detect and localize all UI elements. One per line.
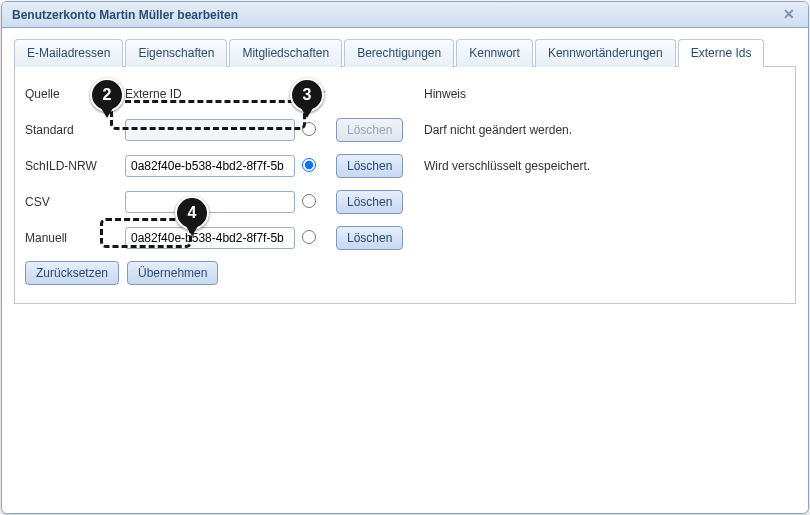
callout-2: 2 [90, 78, 124, 112]
tab-mitgliedschaften[interactable]: Mitgliedschaften [229, 39, 342, 67]
tab-emailadressen[interactable]: E-Mailadressen [14, 39, 123, 67]
callout-4: 4 [175, 196, 209, 230]
hint-standard: Darf nicht geändert werden. [416, 123, 785, 137]
header-externe-id: Externe ID [125, 87, 300, 101]
delete-button-csv[interactable]: Löschen [336, 190, 403, 214]
aktiv-radio-schild[interactable] [302, 158, 316, 172]
content-area: E-Mailadressen Eigenschaften Mitgliedsch… [2, 28, 808, 513]
tab-berechtigungen[interactable]: Berechtigungen [344, 39, 454, 67]
row-manuell: Manuell Löschen [25, 225, 785, 251]
aktiv-radio-csv[interactable] [302, 194, 316, 208]
externe-id-input-schild[interactable] [125, 155, 295, 177]
aktiv-radio-standard[interactable] [302, 122, 316, 136]
source-label: Manuell [25, 231, 125, 245]
source-label: CSV [25, 195, 125, 209]
form-buttons: Zurücksetzen Übernehmen [25, 261, 785, 285]
window-title: Benutzerkonto Martin Müller bearbeiten [12, 8, 780, 22]
delete-button-standard: Löschen [336, 118, 403, 142]
column-headers: Quelle Externe ID aktiv Hinweis [25, 81, 785, 107]
row-schild-nrw: SchILD-NRW Löschen Wird verschlüsselt ge… [25, 153, 785, 179]
tab-strip: E-Mailadressen Eigenschaften Mitgliedsch… [14, 38, 796, 67]
tab-kennwortaenderungen[interactable]: Kennwortänderungen [535, 39, 676, 67]
dialog-window: Benutzerkonto Martin Müller bearbeiten ✕… [1, 1, 809, 514]
row-csv: CSV Löschen [25, 189, 785, 215]
reset-button[interactable]: Zurücksetzen [25, 261, 119, 285]
callout-3: 3 [290, 78, 324, 112]
row-standard: Standard Löschen Darf nicht geändert wer… [25, 117, 785, 143]
source-label: SchILD-NRW [25, 159, 125, 173]
externe-id-input-csv[interactable] [125, 191, 295, 213]
titlebar: Benutzerkonto Martin Müller bearbeiten ✕ [2, 2, 808, 28]
delete-button-schild[interactable]: Löschen [336, 154, 403, 178]
tab-eigenschaften[interactable]: Eigenschaften [125, 39, 227, 67]
aktiv-radio-manuell[interactable] [302, 230, 316, 244]
externe-id-input-manuell[interactable] [125, 227, 295, 249]
tab-kennwort[interactable]: Kennwort [456, 39, 533, 67]
header-hinweis: Hinweis [416, 87, 785, 101]
source-label: Standard [25, 123, 125, 137]
close-icon[interactable]: ✕ [780, 6, 798, 24]
hint-schild: Wird verschlüsselt gespeichert. [416, 159, 785, 173]
externe-id-input-standard [125, 119, 295, 141]
apply-button[interactable]: Übernehmen [127, 261, 218, 285]
tab-externe-ids[interactable]: Externe Ids [678, 39, 765, 67]
tab-panel-externe-ids: Quelle Externe ID aktiv Hinweis Standard… [14, 67, 796, 304]
delete-button-manuell[interactable]: Löschen [336, 226, 403, 250]
